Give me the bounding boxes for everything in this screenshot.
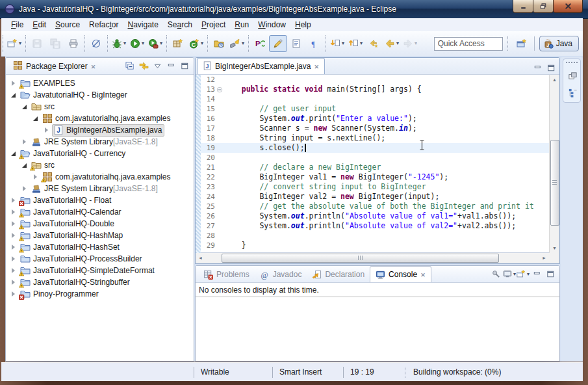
- dropdown-arrow-icon[interactable]: ▾: [242, 41, 244, 46]
- minimize-button[interactable]: [513, 0, 533, 13]
- tree-item[interactable]: JavaTutorialHQ - Currency: [6, 148, 194, 159]
- menu-project[interactable]: Project: [197, 19, 230, 31]
- fold-collapse-icon[interactable]: [215, 85, 224, 94]
- console-content[interactable]: No consoles to display at this time.: [196, 283, 559, 361]
- dropdown-arrow-icon[interactable]: ▾: [19, 41, 21, 46]
- twistie-closed-icon[interactable]: [10, 209, 17, 215]
- minimize-button[interactable]: [531, 61, 544, 74]
- tree-item[interactable]: JavatutorialHQ - BigInteger: [6, 89, 194, 101]
- tree-item[interactable]: com.javatutorialhq.java.examples: [6, 113, 194, 124]
- dropdown-arrow-icon[interactable]: ▾: [415, 41, 417, 46]
- new-java-project-button[interactable]: [169, 35, 187, 52]
- tab-declaration[interactable]: Declaration: [307, 267, 370, 282]
- menu-refactor[interactable]: Refactor: [84, 19, 123, 31]
- skip-breakpoints-button[interactable]: [87, 35, 105, 52]
- twistie-closed-icon[interactable]: [10, 220, 17, 227]
- menu-help[interactable]: Help: [290, 19, 316, 31]
- drag-handle[interactable]: [566, 62, 578, 65]
- twistie-closed-icon[interactable]: [10, 267, 17, 274]
- dropdown-arrow-icon[interactable]: ▾: [342, 41, 344, 46]
- tree-item[interactable]: src: [6, 101, 194, 113]
- scroll-right-arrow[interactable]: ►: [539, 253, 549, 263]
- tree-item[interactable]: JavaTutorialHQ-Stringbuffer: [6, 276, 194, 288]
- tree-item[interactable]: JavaTutorialHQ-HashMap: [6, 230, 194, 241]
- tree-item[interactable]: src: [6, 159, 194, 171]
- outline-button[interactable]: [566, 86, 579, 99]
- dropdown-arrow-icon[interactable]: ▾: [160, 41, 162, 46]
- debug-button[interactable]: ▾: [110, 35, 128, 52]
- dropdown-arrow-icon[interactable]: ▾: [123, 41, 126, 46]
- twistie-closed-icon[interactable]: [10, 232, 17, 239]
- twistie-closed-icon[interactable]: [10, 244, 17, 250]
- tree-item[interactable]: JavaTutorialHQ-Calendar: [6, 206, 194, 218]
- menu-source[interactable]: Source: [51, 19, 84, 31]
- new-wizard-button[interactable]: ▾: [5, 35, 23, 52]
- tree-item[interactable]: JavaTutorialHQ-SimpleDateFormat: [6, 265, 194, 276]
- scroll-down-arrow[interactable]: ▼: [550, 243, 559, 253]
- last-edit-location-button[interactable]: [364, 35, 383, 52]
- twistie-closed-icon[interactable]: [44, 127, 50, 133]
- twistie-closed-icon[interactable]: [10, 80, 17, 86]
- close-icon[interactable]: [420, 270, 426, 279]
- task-list-button[interactable]: [566, 69, 579, 82]
- dropdown-arrow-icon[interactable]: ▾: [201, 41, 203, 46]
- twistie-open-icon[interactable]: [21, 103, 28, 110]
- minimize-button[interactable]: [164, 60, 177, 73]
- menu-window[interactable]: Window: [253, 19, 290, 31]
- editor-vscrollbar[interactable]: ▲ ▼: [549, 75, 559, 253]
- pin-console-button[interactable]: [489, 268, 502, 281]
- package-explorer-tree[interactable]: EXAMPLESJavatutorialHQ - BigIntegersrcco…: [6, 76, 194, 361]
- open-task-button[interactable]: [210, 35, 228, 52]
- menu-navigate[interactable]: Navigate: [123, 19, 162, 31]
- twistie-closed-icon[interactable]: [32, 174, 39, 180]
- twistie-closed-icon[interactable]: [10, 256, 17, 262]
- menu-edit[interactable]: Edit: [28, 19, 51, 31]
- tree-item[interactable]: JavaTutorialHQ - Float: [6, 194, 194, 206]
- menu-run[interactable]: Run: [230, 19, 253, 31]
- view-menu-button[interactable]: [151, 60, 164, 73]
- dropdown-arrow-icon[interactable]: ▾: [396, 41, 399, 46]
- twistie-open-icon[interactable]: [10, 150, 17, 157]
- scroll-up-arrow[interactable]: ▲: [550, 75, 559, 85]
- vscrollbar-thumb[interactable]: [550, 140, 559, 226]
- twistie-open-icon[interactable]: [21, 162, 28, 168]
- prev-annotation-button[interactable]: ▾: [346, 35, 364, 52]
- dropdown-arrow-icon[interactable]: ▾: [513, 272, 516, 277]
- show-source-button[interactable]: [287, 35, 305, 52]
- tree-item[interactable]: JavaTutorialHQ-Double: [6, 218, 194, 230]
- external-tools-button[interactable]: ▾: [146, 35, 164, 52]
- open-console-button[interactable]: ▾: [517, 268, 530, 281]
- titlebar[interactable]: Java - JavatutorialHQ - BigInteger/src/c…: [0, 0, 588, 19]
- maximize-button[interactable]: [178, 60, 191, 73]
- twistie-open-icon[interactable]: [10, 92, 17, 98]
- twistie-closed-icon[interactable]: [21, 139, 28, 145]
- close-icon[interactable]: [91, 62, 96, 71]
- menu-file[interactable]: File: [6, 19, 28, 31]
- maximize-button[interactable]: [544, 268, 557, 281]
- twistie-closed-icon[interactable]: [10, 197, 17, 204]
- link-with-editor-button[interactable]: [137, 60, 150, 73]
- open-perspective-button[interactable]: [514, 36, 530, 51]
- dropdown-arrow-icon[interactable]: ▾: [360, 41, 363, 46]
- hscrollbar-thumb[interactable]: [222, 254, 499, 263]
- tab-javadoc[interactable]: @Javadoc: [255, 267, 307, 282]
- close-button[interactable]: [553, 0, 583, 13]
- open-type-hierarchy-button[interactable]: P: [251, 35, 269, 52]
- editor-hscrollbar[interactable]: ◄ ►: [196, 252, 559, 263]
- java-perspective-button[interactable]: J Java: [539, 36, 579, 51]
- tree-item[interactable]: JavaTutorialHQ-ProcessBuilder: [6, 253, 194, 265]
- tab-problems[interactable]: Problems: [198, 267, 255, 282]
- tab-bigintegerabsexample[interactable]: J BigIntegerAbsExample.java: [197, 58, 325, 74]
- collapse-all-button[interactable]: [123, 60, 136, 73]
- dropdown-arrow-icon[interactable]: ▾: [142, 41, 144, 46]
- display-selected-console-button[interactable]: ▾: [503, 268, 516, 281]
- minimize-button[interactable]: [530, 268, 543, 281]
- tree-item[interactable]: JRE System Library [JavaSE-1.8]: [6, 183, 194, 194]
- show-whitespace-button[interactable]: ¶: [305, 35, 324, 52]
- twistie-closed-icon[interactable]: [10, 279, 17, 285]
- back-button[interactable]: ▾: [383, 35, 401, 52]
- tab-console[interactable]: Console: [370, 266, 431, 282]
- quick-access-input[interactable]: [434, 37, 503, 51]
- tree-item[interactable]: EXAMPLES: [6, 77, 194, 89]
- tree-item[interactable]: Pinoy-Programmer: [6, 288, 194, 300]
